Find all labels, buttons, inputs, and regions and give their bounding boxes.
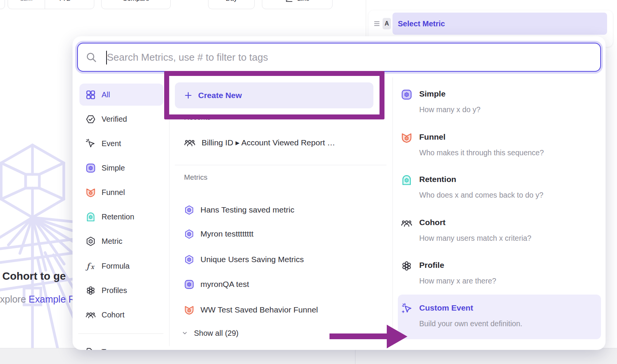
sidebar-item-label: Funnel	[102, 188, 125, 197]
interval-day-label: Day	[226, 0, 237, 3]
type-title: Retention	[419, 174, 543, 184]
sidebar-item-event[interactable]: Event	[79, 132, 163, 155]
metric-list-item[interactable]: Myron testttttttt	[184, 224, 386, 243]
plus-icon	[184, 91, 192, 100]
type-description: How many x do y?	[419, 105, 480, 114]
sidebar-item-formula[interactable]: Formula	[79, 255, 163, 277]
sidebar-item-simple[interactable]: Simple	[79, 157, 163, 179]
annotation-arrow	[329, 333, 388, 339]
sidebar-item-label: Metric	[102, 237, 122, 246]
type-option-retention[interactable]: Retention Who does x and comes back to d…	[401, 174, 599, 200]
metric-list-item[interactable]: Hans Testing saved metric	[184, 200, 386, 219]
type-option-simple[interactable]: Simple How many x do y?	[401, 89, 599, 114]
funnel-icon	[401, 132, 412, 143]
sidebar-item-label: Verified	[102, 115, 127, 124]
sidebar-item-cohort[interactable]: Cohort	[79, 304, 163, 326]
verified-badge-icon	[86, 114, 96, 124]
toolbar-partial-button[interactable]	[0, 0, 5, 9]
create-new-button[interactable]: Create New	[175, 82, 373, 108]
type-title: Cohort	[419, 217, 531, 227]
profiles-cluster-icon	[86, 285, 96, 296]
sidebar-item-verified[interactable]: Verified	[79, 108, 163, 130]
profiles-cluster-icon	[401, 260, 412, 272]
line-chart-icon	[285, 0, 293, 3]
date-range-button-group: 12M YTD	[8, 0, 94, 9]
search-input[interactable]	[102, 51, 593, 64]
sidebar-item-metric[interactable]: Metric	[79, 230, 163, 252]
recents-header: Recents	[184, 113, 211, 122]
bottom-strip	[0, 348, 617, 364]
interval-day-button[interactable]: Day	[208, 0, 255, 9]
metric-item-label: Unique Users Saving Metrics	[200, 255, 304, 264]
sidebar-divider	[169, 77, 170, 346]
type-title: Custom Event	[419, 303, 522, 313]
sidebar-item-retention[interactable]: Retention	[79, 206, 163, 228]
range-12m-button[interactable]: 12M	[8, 0, 45, 9]
recent-item-label: Billing ID ▸ Account Viewed Report …	[202, 138, 335, 147]
type-title: Funnel	[419, 132, 544, 142]
example-reports-link[interactable]: Example R	[29, 294, 73, 304]
text-caret	[106, 51, 107, 64]
annotation-arrow-head	[387, 325, 407, 348]
metric-picker-panel: All Verified Event Simple Funnel Retenti…	[73, 36, 606, 350]
decorative-wireframe-graphic	[0, 126, 76, 364]
type-description: How many x are there?	[419, 276, 496, 285]
type-description: Who does x and comes back to do y?	[419, 190, 543, 200]
retention-icon	[86, 212, 96, 222]
sidebar-item-funnel[interactable]: Funnel	[79, 181, 163, 203]
sidebar-item-all[interactable]: All	[79, 84, 163, 106]
sidebar-section-divider	[78, 333, 163, 334]
sidebar-item-clipped[interactable]: T	[79, 341, 163, 350]
custom-event-sparkle-cursor-icon	[401, 303, 412, 314]
type-description: Build your own event definition.	[419, 319, 522, 328]
sidebar-item-label: Event	[102, 139, 121, 148]
chevron-down-icon	[73, 0, 81, 3]
recents-metrics-divider	[175, 165, 386, 165]
sidebar-item-label: T	[102, 348, 106, 350]
search-bar	[77, 43, 601, 72]
metric-item-label: WW Test Saved Behavior Funnel	[200, 305, 318, 314]
type-title: Profile	[419, 260, 496, 270]
saved-metric-icon	[184, 229, 194, 239]
range-ytd-button[interactable]: YTD	[45, 0, 94, 9]
simple-icon	[184, 279, 194, 290]
sidebar-item-label: Profiles	[102, 286, 127, 295]
sidebar-item-label: Retention	[102, 213, 134, 221]
sidebar-item-label: Simple	[102, 164, 125, 172]
chart-type-line-label: Line	[297, 0, 309, 3]
sidebar-item-label: All	[102, 90, 110, 99]
chart-type-line-button[interactable]: Line	[262, 0, 333, 9]
compare-button[interactable]: Compare	[101, 0, 171, 9]
sidebar-item-label: Formula	[102, 262, 129, 271]
metric-list-item[interactable]: Unique Users Saving Metrics	[184, 250, 386, 269]
type-option-funnel[interactable]: Funnel Who makes it through this sequenc…	[401, 132, 599, 157]
funnel-icon	[86, 187, 96, 198]
sidebar-item-label: Cohort	[102, 311, 124, 319]
metric-list-item[interactable]: WW Test Saved Behavior Funnel	[184, 300, 386, 319]
type-title: Simple	[419, 89, 480, 99]
empty-state-headline-fragment: Cohort to ge	[2, 270, 73, 282]
select-metric-label: Select Metric	[398, 19, 445, 28]
chevron-down-icon	[181, 329, 189, 337]
saved-metric-icon	[184, 205, 194, 215]
metric-item-label: myronQA test	[200, 280, 249, 289]
type-option-profile[interactable]: Profile How many x are there?	[401, 260, 599, 285]
tag-icon	[86, 347, 96, 350]
type-description: Who makes it through this sequence?	[419, 148, 544, 157]
type-option-custom-event[interactable]: Custom Event Build your own event defini…	[401, 303, 599, 328]
show-all-button[interactable]: Show all (29)	[181, 325, 239, 341]
drag-handle-icon[interactable]	[374, 21, 380, 26]
metric-hexagon-icon	[86, 236, 96, 246]
panel-divider-top	[366, 0, 366, 36]
range-ytd-label: YTD	[58, 0, 71, 3]
explore-text-fragment: xplore	[0, 294, 26, 304]
type-option-cohort[interactable]: Cohort How many users match x criteria?	[401, 217, 599, 243]
cohort-people-icon	[184, 137, 195, 148]
sidebar-item-profiles[interactable]: Profiles	[79, 279, 163, 301]
recent-item-row[interactable]: Billing ID ▸ Account Viewed Report …	[184, 133, 386, 152]
cohort-people-icon	[86, 310, 96, 320]
metric-list-item[interactable]: myronQA test	[184, 275, 386, 294]
simple-icon	[86, 163, 96, 173]
metrics-header: Metrics	[184, 173, 207, 182]
select-metric-chip[interactable]: Select Metric	[392, 13, 607, 35]
